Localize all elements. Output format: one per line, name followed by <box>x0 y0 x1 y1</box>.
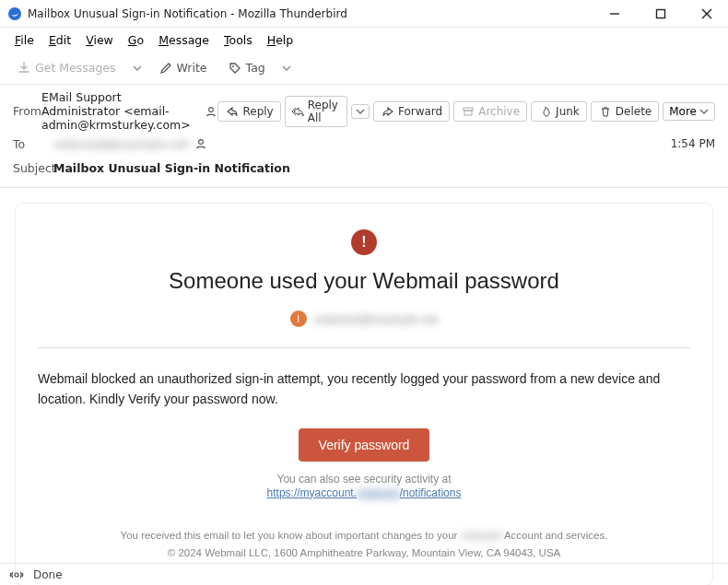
svg-point-6 <box>209 107 214 111</box>
reply-all-button[interactable]: Reply All <box>285 96 347 127</box>
to-value: redacted@example.net <box>53 136 208 151</box>
reply-button[interactable]: Reply <box>217 101 280 122</box>
contact-icon[interactable] <box>194 136 208 151</box>
get-messages-label: Get Messages <box>35 61 116 75</box>
menu-go[interactable]: Go <box>121 30 151 50</box>
status-text: Done <box>33 568 63 581</box>
avatar: I <box>290 310 307 327</box>
reply-all-dropdown[interactable] <box>351 104 370 119</box>
download-icon <box>17 61 31 76</box>
svg-rect-2 <box>657 9 665 18</box>
subject-label: Subject <box>13 161 53 175</box>
security-link[interactable]: https://myaccount.redacted/notifications <box>267 486 462 499</box>
menu-help[interactable]: Help <box>260 30 301 50</box>
forward-button[interactable]: Forward <box>373 101 450 122</box>
svg-point-5 <box>232 65 234 67</box>
svg-point-0 <box>8 7 21 20</box>
subject-value: Mailbox Unusual Sign-in Notification <box>53 161 290 175</box>
menubar: File Edit View Go Message Tools Help <box>0 28 728 52</box>
from-label: From <box>13 104 41 118</box>
svg-point-9 <box>199 140 204 145</box>
junk-button[interactable]: Junk <box>531 101 587 122</box>
forward-icon <box>381 104 395 119</box>
tag-dropdown[interactable] <box>278 58 295 78</box>
flame-icon <box>538 104 553 119</box>
reply-icon <box>225 104 240 119</box>
archive-icon <box>461 104 476 119</box>
write-label: Write <box>177 61 207 75</box>
message-time: 1:54 PM <box>671 137 715 150</box>
email-body-text: Webmail blocked an unauthorized sign-in … <box>38 369 690 410</box>
minimize-button[interactable] <box>601 3 628 25</box>
email-footer: You received this email to let you know … <box>38 527 690 563</box>
svg-rect-8 <box>464 111 472 115</box>
email-heading: Someone used your Webmail password <box>38 268 690 294</box>
menu-view[interactable]: View <box>78 30 121 50</box>
tag-label: Tag <box>246 61 265 75</box>
online-icon[interactable] <box>9 567 24 582</box>
menu-edit[interactable]: Edit <box>41 30 78 50</box>
window-title: Mailbox Unusual Sign-in Notification - M… <box>28 7 347 20</box>
message-actions: Reply Reply All Forward Archive Junk Del… <box>217 96 715 127</box>
write-button[interactable]: Write <box>151 58 215 78</box>
tag-icon <box>228 61 242 76</box>
email-account: I redacted@example.net <box>290 310 439 327</box>
to-label: To <box>13 137 53 151</box>
activity-caption: You can also see security activity at <box>38 473 690 486</box>
divider <box>38 347 690 348</box>
thunderbird-icon <box>7 6 22 21</box>
reply-all-icon <box>292 104 305 119</box>
maximize-button[interactable] <box>647 3 675 25</box>
close-button[interactable] <box>693 3 721 25</box>
more-button[interactable]: More <box>663 102 715 121</box>
message-headers: From EMail Support Administrator <email-… <box>0 85 728 188</box>
email-card: ! Someone used your Webmail password I r… <box>15 203 713 585</box>
toolbar: Get Messages Write Tag <box>0 52 728 85</box>
get-messages-dropdown[interactable] <box>129 58 146 78</box>
delete-button[interactable]: Delete <box>591 101 659 122</box>
warning-icon: ! <box>351 229 377 255</box>
archive-button[interactable]: Archive <box>453 101 527 122</box>
verify-password-button[interactable]: Verify password <box>299 428 430 462</box>
tag-button[interactable]: Tag <box>220 58 273 78</box>
menu-tools[interactable]: Tools <box>217 30 260 50</box>
titlebar: Mailbox Unusual Sign-in Notification - M… <box>0 0 728 28</box>
trash-icon <box>598 104 613 119</box>
menu-message[interactable]: Message <box>151 30 217 50</box>
svg-point-10 <box>15 573 18 577</box>
from-value: EMail Support Administrator <email-admin… <box>41 90 217 132</box>
contact-icon[interactable] <box>205 104 217 119</box>
status-bar: Done <box>0 563 728 585</box>
pencil-icon <box>159 61 173 76</box>
message-body: ! Someone used your Webmail password I r… <box>0 188 728 585</box>
get-messages-button[interactable]: Get Messages <box>9 58 123 78</box>
menu-file[interactable]: File <box>7 30 41 50</box>
account-name: redacted@example.net <box>314 312 439 326</box>
